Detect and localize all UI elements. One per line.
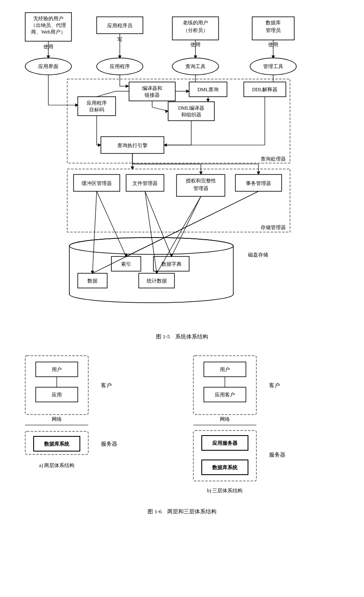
svg-text:链接器: 链接器 [144,92,160,98]
figure-1-5: 无经验的用户 （出纳员、代理 商、Web用户） 应用程序员 老练的用户 （分析员… [13,8,351,341]
svg-text:管理工具: 管理工具 [263,63,283,69]
svg-text:DML编译器: DML编译器 [178,105,205,111]
fig1-5-caption: 图 1-5 系统体系结构 [13,333,351,341]
svg-text:文件管理器: 文件管理器 [132,180,158,186]
svg-text:应用程序: 应用程序 [87,100,107,106]
svg-text:DDL解释器: DDL解释器 [252,87,278,92]
svg-text:数据: 数据 [87,278,98,284]
svg-text:服务器: 服务器 [101,441,117,447]
fig1-6-caption: 图 1-6 两层和三层体系结构 [13,508,351,515]
svg-marker-39 [126,85,129,88]
svg-text:应用程序: 应用程序 [110,63,130,69]
svg-text:应用服务器: 应用服务器 [212,440,238,446]
svg-text:应用: 应用 [52,392,62,398]
svg-text:目标码: 目标码 [89,107,104,113]
svg-text:数据库系统: 数据库系统 [44,441,70,447]
svg-text:和组织器: 和组织器 [181,112,201,118]
svg-text:查询工具: 查询工具 [185,63,206,69]
svg-text:查询处理器: 查询处理器 [261,156,286,162]
svg-text:应用程序员: 应用程序员 [107,23,132,29]
svg-rect-54 [168,102,214,121]
svg-text:索引: 索引 [121,261,131,267]
page: 无经验的用户 （出纳员、代理 商、Web用户） 应用程序员 老练的用户 （分析员… [0,0,364,531]
svg-text:数据库系统: 数据库系统 [212,465,238,470]
svg-text:商、Web用户）: 商、Web用户） [31,29,66,35]
svg-text:编译器和: 编译器和 [142,85,162,91]
svg-line-65 [97,91,116,97]
svg-text:数据字典: 数据字典 [161,261,182,267]
svg-text:应用客户: 应用客户 [215,392,235,398]
svg-text:缓冲区管理器: 缓冲区管理器 [82,180,112,186]
svg-text:查询执行引擎: 查询执行引擎 [117,143,148,148]
svg-text:b) 三层体系结构: b) 三层体系结构 [207,488,243,494]
svg-text:统计数据: 统计数据 [147,278,167,284]
svg-text:网络: 网络 [52,416,62,422]
svg-text:事务管理器: 事务管理器 [246,180,271,186]
svg-text:客户: 客户 [101,382,112,388]
svg-text:用户: 用户 [220,367,230,372]
svg-marker-79 [131,166,134,170]
svg-text:无经验的用户: 无经验的用户 [33,16,63,21]
diagram-svg-container: 无经验的用户 （出纳员、代理 商、Web用户） 应用程序员 老练的用户 （分析员… [13,8,351,330]
svg-text:数据库: 数据库 [266,20,281,26]
fig1-6-svg-container: 用户 应用 客户 网络 数据库系统 服务器 a) 两层体系结构 [13,347,351,505]
tier-architecture-svg: 用户 应用 客户 网络 数据库系统 服务器 a) 两层体系结构 [13,347,351,503]
svg-text:老练的用户: 老练的用户 [183,20,208,26]
svg-text:用户: 用户 [52,367,62,372]
figure-1-6: 用户 应用 客户 网络 数据库系统 服务器 a) 两层体系结构 [13,347,351,515]
svg-text:（出纳员、代理: （出纳员、代理 [31,22,66,28]
svg-text:磁盘存储: 磁盘存储 [248,252,268,258]
system-architecture-svg: 无经验的用户 （出纳员、代理 商、Web用户） 应用程序员 老练的用户 （分析员… [13,8,351,328]
svg-text:DML查询: DML查询 [198,87,219,92]
svg-text:服务器: 服务器 [269,452,285,458]
svg-text:管理器: 管理器 [193,185,208,191]
svg-rect-44 [129,82,175,101]
svg-text:应用界面: 应用界面 [38,63,58,69]
svg-text:客户: 客户 [269,382,280,388]
svg-rect-51 [78,97,116,116]
svg-text:存储管理器: 存储管理器 [261,225,286,230]
svg-text:网络: 网络 [220,416,230,422]
svg-text:a) 两层体系结构: a) 两层体系结构 [39,462,74,468]
svg-text:（分析员）: （分析员） [183,27,208,33]
svg-text:授权和完整性: 授权和完整性 [186,178,216,184]
svg-text:管理员: 管理员 [266,27,281,33]
